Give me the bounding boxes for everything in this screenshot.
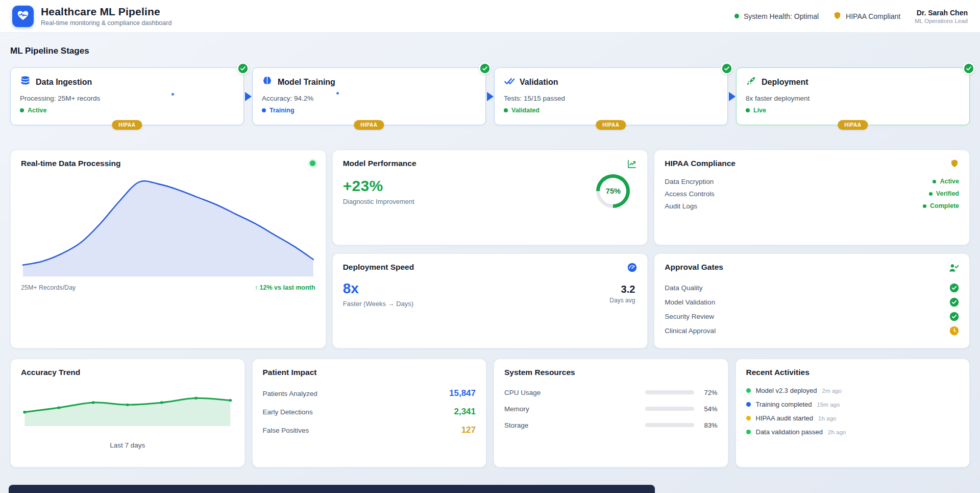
hipaa-pill-badge: HIPAA: [354, 120, 384, 130]
patient-impact-card: Patient Impact Patients Analyzed 15,847 …: [252, 359, 487, 467]
status-dot: [933, 180, 936, 183]
data-processing-card: Real-time Data Processing 25M+ Records/D…: [10, 150, 326, 348]
heart-pulse-icon: [17, 9, 29, 24]
check-badge-icon: [237, 62, 249, 75]
resource-row: CPU Usage 72%: [504, 384, 718, 401]
progress-bar: [645, 390, 694, 394]
resource-label: Memory: [504, 405, 645, 413]
impact-value: 127: [461, 425, 476, 435]
hipaa-pill-badge: HIPAA: [596, 120, 626, 130]
accuracy-line-chart: [21, 384, 234, 433]
clock-icon: [949, 326, 959, 336]
activity-dot: [746, 430, 751, 434]
compliance-row: Data Encryption Active: [665, 175, 959, 187]
progress-ring-value: 75%: [600, 178, 626, 204]
stage-status-label: Active: [28, 107, 47, 114]
resource-label: CPU Usage: [504, 389, 645, 396]
approval-gates-card: Approval Gates Data Quality Model Valida…: [654, 253, 970, 348]
activity-label: Training completed: [756, 401, 812, 408]
stage-detail: Processing: 25M+ records: [20, 95, 234, 102]
performance-label: Diagnostic Improvement: [343, 198, 414, 205]
system-resources-card: System Resources CPU Usage 72% Memory 54…: [494, 359, 728, 467]
compliance-status: Active: [940, 178, 959, 185]
gate-row: Clinical Approval: [665, 323, 959, 338]
user-profile: Dr. Sarah Chen ML Operations Lead: [915, 9, 968, 24]
system-resources-title: System Resources: [504, 368, 718, 377]
stage-card-deployment[interactable]: Deployment 8x faster deployment Live HIP…: [736, 67, 970, 125]
compliance-label: Access Controls: [665, 190, 715, 198]
pipeline-arrow-icon: [245, 92, 252, 101]
impact-row: Patients Analyzed 15,847: [263, 384, 476, 403]
page-title: Healthcare ML Pipeline: [41, 6, 172, 18]
data-processing-title: Real-time Data Processing: [21, 159, 121, 168]
gate-row: Security Review: [665, 309, 959, 323]
activity-label: HIPAA audit started: [756, 414, 814, 422]
activity-dot: [746, 416, 751, 420]
activity-time: 2h ago: [828, 429, 846, 435]
pipeline-stages: Data Ingestion Processing: 25M+ records …: [10, 67, 970, 125]
status-dot: [923, 204, 926, 208]
check-badge-icon: [963, 62, 975, 75]
accuracy-trend-card: Accuracy Trend Last 7 days: [10, 359, 245, 467]
stage-name: Validation: [520, 78, 558, 87]
days-avg-label: Days avg: [609, 297, 635, 304]
stage-status-label: Live: [753, 107, 766, 114]
speed-label: Faster (Weeks → Days): [343, 300, 413, 308]
bottom-grid: Accuracy Trend Last 7 days Patient Impac…: [10, 359, 970, 467]
accuracy-caption: Last 7 days: [21, 441, 234, 449]
hipaa-pill-badge: HIPAA: [112, 120, 142, 130]
status-dot: [929, 192, 933, 196]
patient-impact-title: Patient Impact: [263, 368, 476, 377]
stage-detail: Accuracy: 94.2%: [262, 95, 476, 102]
database-icon: [20, 76, 31, 88]
hipaa-compliance-card: HIPAA Compliance Data Encryption Active …: [654, 150, 970, 245]
shield-icon: [833, 11, 842, 21]
resource-row: Storage 83%: [504, 417, 718, 433]
user-role: ML Operations Lead: [915, 18, 968, 24]
gate-label: Clinical Approval: [665, 327, 716, 335]
bottom-ticker-bar: [9, 485, 655, 493]
hipaa-pill-badge: HIPAA: [838, 120, 868, 130]
stage-status-label: Validated: [511, 107, 540, 114]
records-area-chart: [21, 171, 315, 279]
activity-time: 2m ago: [822, 388, 841, 394]
stage-card-data-ingestion[interactable]: Data Ingestion Processing: 25M+ records …: [10, 67, 244, 125]
system-health-status: System Health: Optimal: [734, 12, 819, 20]
brain-icon: [262, 76, 273, 88]
data-particle-dot: [336, 92, 339, 95]
circle-check-icon: [949, 283, 959, 293]
stage-card-validation[interactable]: Validation Tests: 15/15 passed Validated…: [494, 67, 728, 125]
activity-item: Training completed 15m ago: [746, 397, 960, 411]
recent-activities-card: Recent Activities Model v2.3 deployed 2m…: [736, 359, 970, 467]
compliance-status: Complete: [930, 202, 959, 209]
progress-ring: 75%: [596, 174, 630, 208]
line-chart-icon: [627, 159, 637, 171]
days-avg-value: 3.2: [609, 284, 635, 295]
impact-label: Patients Analyzed: [263, 390, 317, 397]
hipaa-compliance-title: HIPAA Compliance: [665, 159, 736, 168]
pipeline-arrow-icon: [729, 92, 736, 101]
impact-value: 15,847: [449, 388, 476, 398]
activity-dot: [746, 402, 751, 407]
activity-item: Data validation passed 2h ago: [746, 425, 960, 439]
resource-percent: 54%: [700, 405, 718, 413]
accuracy-trend-title: Accuracy Trend: [21, 368, 234, 377]
resource-percent: 72%: [700, 389, 718, 396]
activity-label: Model v2.3 deployed: [756, 387, 817, 394]
deployment-speed-title: Deployment Speed: [343, 263, 414, 272]
performance-value: +23%: [343, 177, 414, 195]
records-per-day-label: 25M+ Records/Day: [21, 284, 76, 291]
speed-value: 8x: [343, 280, 413, 297]
activity-label: Data validation passed: [756, 428, 823, 436]
resource-label: Storage: [504, 421, 645, 429]
stage-status-dot: [504, 108, 508, 112]
impact-row: False Positives 127: [263, 421, 476, 439]
vs-last-month-label: ↑ 12% vs last month: [255, 284, 315, 291]
impact-value: 2,341: [454, 407, 476, 417]
stage-status-dot: [262, 108, 266, 112]
stage-card-model-training[interactable]: Model Training Accuracy: 94.2% Training …: [252, 67, 486, 125]
pipeline-arrow-icon: [487, 92, 494, 101]
compliance-label: Data Encryption: [665, 178, 714, 185]
resource-percent: 83%: [700, 421, 718, 429]
gate-row: Data Quality: [665, 280, 959, 295]
